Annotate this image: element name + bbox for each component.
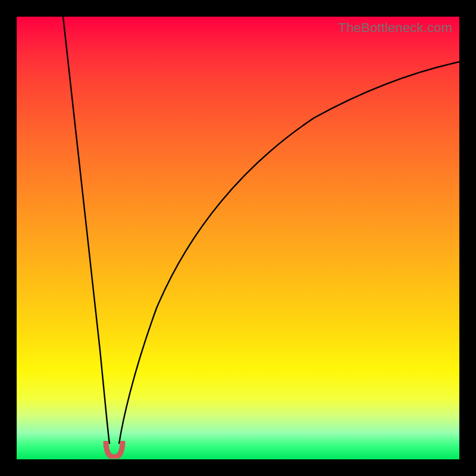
chart-frame: TheBottleneck.com (0, 0, 476, 476)
plot-area: TheBottleneck.com (17, 17, 459, 459)
bottleneck-curve (17, 17, 459, 459)
curve-right-branch (119, 62, 459, 444)
u-shape-icon (106, 442, 123, 457)
curve-left-branch (63, 17, 109, 444)
minimum-marker (102, 441, 126, 459)
